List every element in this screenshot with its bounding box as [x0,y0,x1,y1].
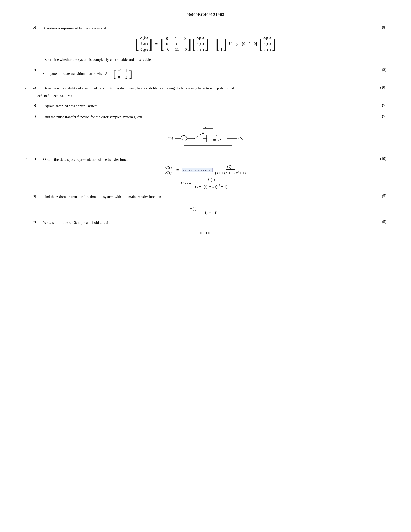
q-c-marks: (5) [374,68,386,72]
watermark: previousyearquestion.com [182,168,213,172]
circuit-svg: T=1Sec R(s) 1 s(s+1) [162,125,249,152]
hs-equation: H(s) = 3 (s + 3)2 [25,203,386,215]
q9a-label: a) [33,157,43,161]
svg-text:c(s): c(s) [238,136,243,140]
q8a-marks: (10) [374,85,386,90]
svg-text:R(s): R(s) [167,136,173,140]
q-c-label: c) [33,68,43,72]
q9-num: 9 [25,157,33,161]
q-b-controllable: Determine whether the system is complete… [43,57,386,63]
svg-text:T=1Sec: T=1Sec [199,126,208,129]
q9b-marks: (5) [374,194,386,198]
q8a-label: a) [33,85,43,90]
svg-point-10 [202,133,204,134]
stars: **** [25,232,386,236]
q8b-label: b) [33,103,43,107]
q-b-text: A system is represented by the state mod… [43,25,374,31]
q8-num: 8 [25,85,33,90]
transfer-function-eq: C(s) R(s) = previousyearquestion.com C(s… [25,165,386,175]
q8c-marks: (5) [374,114,386,118]
q8b-marks: (5) [374,103,386,107]
q9c-marks: (5) [374,220,386,224]
q9b-label: b) [33,194,43,198]
q8c-label: c) [33,114,43,118]
page-header: 00000EC409121903 [25,12,386,17]
q8b-text: Explain sampled data control system. [43,103,374,109]
q-c-text: Compute the state transition matrix when… [43,68,374,80]
polynomial: 2z4+8z3+12z2+5z+1=0 [37,93,386,98]
svg-line-9 [195,133,202,138]
q8a-text: Determine the stability of a sampled dat… [43,85,374,91]
svg-text:s(s+1): s(s+1) [213,138,221,142]
state-model-equation: [ ẋ1(t) ẋ2(t) ẋ3(t) ] = [ 0 1 0 0 0 1 −6… [25,35,386,53]
q9b-text: Find the z-domain transfer function of a… [43,194,374,200]
q9a-text: Obtain the state space representation of… [43,157,374,163]
q9c-text: Write short notes on Sample and hold cir… [43,220,374,226]
transfer-function-display: C(s) = C(s) (s + 1)(s + 2)(s2 + 1) [25,177,386,189]
circuit-diagram: T=1Sec R(s) 1 s(s+1) [25,125,386,152]
q9c-label: c) [33,220,43,224]
q9a-marks: (10) [374,157,386,161]
q-b-label: b) [33,25,43,30]
svg-text:1: 1 [216,135,218,138]
q8c-text: Find the pulse transfer function for the… [43,114,374,120]
q-b-marks: (8) [374,25,386,30]
